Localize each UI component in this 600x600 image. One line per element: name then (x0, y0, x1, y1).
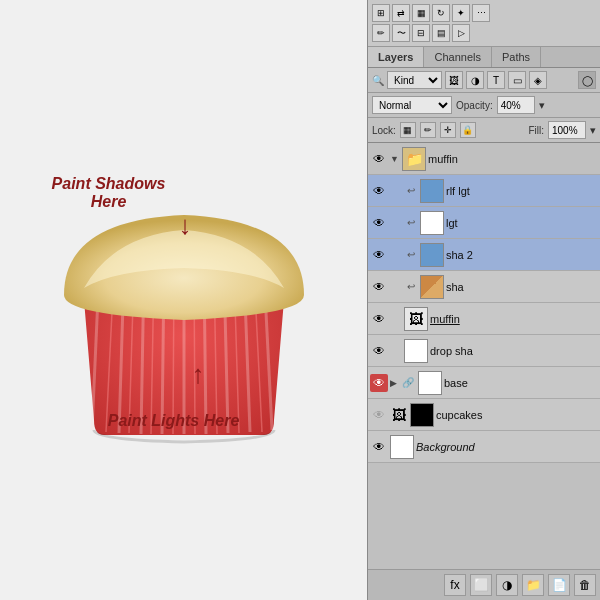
layer-name-drop-sha: drop sha (430, 345, 598, 357)
move-lock-icon[interactable]: ✛ (440, 122, 456, 138)
thumb-cupcakes (410, 403, 434, 427)
star-icon[interactable]: ✦ (452, 4, 470, 22)
grid-icon[interactable]: ⊞ (372, 4, 390, 22)
delete-button[interactable]: 🗑 (574, 574, 596, 596)
layer-muffin-group[interactable]: 👁 ▼ 📁 muffin (368, 143, 600, 175)
arrow-up-icon: ↑ (192, 359, 205, 390)
fill-label: Fill: (528, 125, 544, 136)
link-lgt[interactable]: ↩ (404, 216, 418, 230)
layers-list: 👁 ▼ 📁 muffin 👁 ↩ rlf lgt 👁 ↩ lgt 👁 ↩ (368, 143, 600, 569)
opacity-arrow[interactable]: ▾ (539, 99, 545, 112)
layer-sha2[interactable]: 👁 ↩ sha 2 (368, 239, 600, 271)
layer-background[interactable]: 👁 Background (368, 431, 600, 463)
thumb-muffin-smart: 🖼 (404, 307, 428, 331)
lock-padlock-icon[interactable]: 🔒 (460, 122, 476, 138)
eye-muffin-group[interactable]: 👁 (370, 150, 388, 168)
group-thumb-muffin: 📁 (402, 147, 426, 171)
chain-icon-base: 🔗 (402, 377, 414, 388)
thumb-lgt (420, 211, 444, 235)
layer-name-sha2: sha 2 (446, 249, 598, 261)
adjustment-button[interactable]: ◑ (496, 574, 518, 596)
opacity-input[interactable] (497, 96, 535, 114)
eye-sha2[interactable]: 👁 (370, 246, 388, 264)
filter-toggle[interactable]: ◯ (578, 71, 596, 89)
layer-rlf-lgt[interactable]: 👁 ↩ rlf lgt (368, 175, 600, 207)
triangle-icon[interactable]: ▷ (452, 24, 470, 42)
filter-smart-icon[interactable]: ◈ (529, 71, 547, 89)
eye-background[interactable]: 👁 (370, 438, 388, 456)
mask-button[interactable]: ⬜ (470, 574, 492, 596)
lock-label: Lock: (372, 125, 396, 136)
new-layer-button[interactable]: 📄 (548, 574, 570, 596)
layers-panel: ⊞ ⇄ ▦ ↻ ✦ ⋯ ✏ 〜 ⊟ ▤ ▷ Layers Channels Pa… (367, 0, 600, 600)
eye-muffin-smart[interactable]: 👁 (370, 310, 388, 328)
arrange-icon[interactable]: ⇄ (392, 4, 410, 22)
link-rlf-lgt[interactable]: ↩ (404, 184, 418, 198)
blend-mode-select[interactable]: Normal (372, 96, 452, 114)
layer-name-muffin-group: muffin (428, 153, 598, 165)
dots-icon[interactable]: ⋯ (472, 4, 490, 22)
layer-muffin-smart[interactable]: 👁 🖼 muffin (368, 303, 600, 335)
filter-type-icon[interactable]: T (487, 71, 505, 89)
layer-name-cupcakes: cupcakes (436, 409, 598, 421)
layer-cupcakes[interactable]: 👁 🖼 cupcakes (368, 399, 600, 431)
checkerboard-lock-icon[interactable]: ▦ (400, 122, 416, 138)
mask-thumb-base (418, 371, 442, 395)
tab-layers[interactable]: Layers (368, 47, 424, 67)
filter-row: 🔍 Kind 🖼 ◑ T ▭ ◈ ◯ (368, 68, 600, 93)
kind-select[interactable]: Kind (387, 71, 442, 89)
link-sha[interactable]: ↩ (404, 280, 418, 294)
filter-adjust-icon[interactable]: ◑ (466, 71, 484, 89)
panel-bottom: fx ⬜ ◑ 📁 📄 🗑 (368, 569, 600, 600)
layer-name-muffin-smart: muffin (430, 313, 598, 325)
thumb-background (390, 435, 414, 459)
link-sha2[interactable]: ↩ (404, 248, 418, 262)
eye-lgt[interactable]: 👁 (370, 214, 388, 232)
layer-name-lgt: lgt (446, 217, 598, 229)
toolbar-row-1: ⊞ ⇄ ▦ ↻ ✦ ⋯ (372, 4, 596, 22)
fx-button[interactable]: fx (444, 574, 466, 596)
layer-sha[interactable]: 👁 ↩ sha (368, 271, 600, 303)
lock-row: Lock: ▦ ✏ ✛ 🔒 Fill: ▾ (368, 118, 600, 143)
layer-name-background: Background (416, 441, 598, 453)
panel-toolbar: ⊞ ⇄ ▦ ↻ ✦ ⋯ ✏ 〜 ⊟ ▤ ▷ (368, 0, 600, 47)
group-arrow-base[interactable]: ▶ (390, 378, 400, 388)
brush-lock-icon[interactable]: ✏ (420, 122, 436, 138)
group-button[interactable]: 📁 (522, 574, 544, 596)
opacity-label: Opacity: (456, 100, 493, 111)
eye-rlf-lgt[interactable]: 👁 (370, 182, 388, 200)
layer-drop-sha[interactable]: 👁 drop sha (368, 335, 600, 367)
eye-drop-sha[interactable]: 👁 (370, 342, 388, 360)
tab-bar: Layers Channels Paths (368, 47, 600, 68)
layer-name-rlf-lgt: rlf lgt (446, 185, 598, 197)
rotate-icon[interactable]: ↻ (432, 4, 450, 22)
wave-icon[interactable]: 〜 (392, 24, 410, 42)
group-arrow-muffin[interactable]: ▼ (390, 154, 400, 164)
filter-img-icon[interactable]: 🖼 (445, 71, 463, 89)
pencil-icon[interactable]: ✏ (372, 24, 390, 42)
toolbar-row-2: ✏ 〜 ⊟ ▤ ▷ (372, 24, 596, 42)
eye-sha[interactable]: 👁 (370, 278, 388, 296)
eye-base[interactable]: 👁 (370, 374, 388, 392)
paint-shadows-label: Paint Shadows Here (39, 175, 179, 211)
eye-cupcakes[interactable]: 👁 (370, 406, 388, 424)
layers-icon[interactable]: ▦ (412, 4, 430, 22)
filter-label: 🔍 (372, 75, 384, 86)
fill-arrow[interactable]: ▾ (590, 124, 596, 137)
layer-lgt[interactable]: 👁 ↩ lgt (368, 207, 600, 239)
blend-row: Normal Opacity: ▾ (368, 93, 600, 118)
filter-shape-icon[interactable]: ▭ (508, 71, 526, 89)
grid2-icon[interactable]: ▤ (432, 24, 450, 42)
fill-input[interactable] (548, 121, 586, 139)
arrow-down-icon: ↓ (179, 210, 192, 241)
tab-paths[interactable]: Paths (492, 47, 541, 67)
smart-group-icon-cupcakes: 🖼 (392, 407, 406, 423)
layer-name-base: base (444, 377, 598, 389)
layer-name-sha: sha (446, 281, 598, 293)
paint-lights-label: Paint Lights Here (94, 412, 254, 430)
brush-icon[interactable]: ⊟ (412, 24, 430, 42)
tab-channels[interactable]: Channels (424, 47, 491, 67)
thumb-sha (420, 275, 444, 299)
layer-base[interactable]: 👁 ▶ 🔗 base (368, 367, 600, 399)
canvas-area: Paint Shadows Here ↓ Paint Lights Here ↑ (0, 0, 367, 600)
